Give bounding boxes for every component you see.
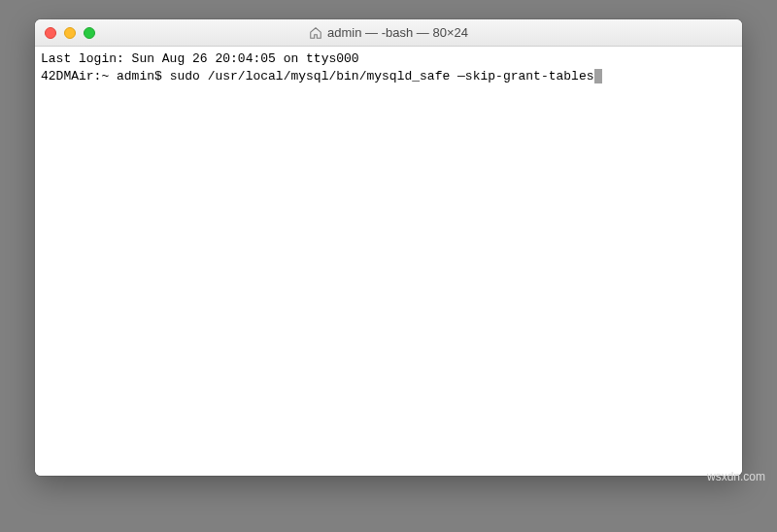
watermark-text: wsxdn.com	[707, 470, 765, 483]
window-title-wrap: admin — -bash — 80×24	[35, 25, 742, 40]
terminal-content[interactable]: Last login: Sun Aug 26 20:04:05 on ttys0…	[35, 47, 742, 476]
close-button[interactable]	[45, 27, 56, 39]
terminal-command: sudo /usr/local/mysql/bin/mysqld_safe —s…	[170, 69, 594, 83]
minimize-button[interactable]	[64, 27, 76, 39]
terminal-prompt: 42DMAir:~ admin$	[41, 69, 170, 83]
maximize-button[interactable]	[84, 27, 95, 39]
terminal-cursor	[594, 69, 602, 83]
window-title: admin — -bash — 80×24	[327, 25, 468, 40]
traffic-lights	[45, 27, 95, 39]
window-titlebar[interactable]: admin — -bash — 80×24	[35, 19, 742, 47]
terminal-window: admin — -bash — 80×24 Last login: Sun Au…	[35, 19, 742, 476]
home-icon	[309, 26, 322, 40]
terminal-line-login: Last login: Sun Aug 26 20:04:05 on ttys0…	[41, 50, 736, 68]
terminal-line-prompt: 42DMAir:~ admin$ sudo /usr/local/mysql/b…	[41, 68, 736, 85]
